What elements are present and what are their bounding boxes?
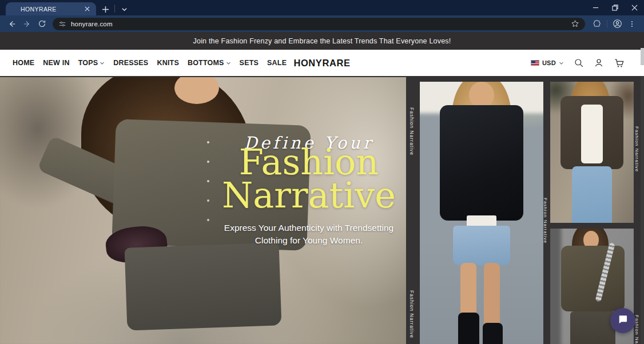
new-tab-button[interactable] [98, 2, 112, 16]
menu-dots-icon[interactable] [625, 17, 639, 31]
back-button[interactable] [5, 17, 19, 31]
nav-item-bottoms[interactable]: BOTTOMS [188, 59, 231, 67]
vertical-label: Fashion Narrative [543, 198, 548, 243]
scrollbar-track[interactable] [641, 76, 644, 344]
chevron-down-icon [226, 61, 231, 66]
hero-subtitle-line2: Clothing for Young Women. [210, 234, 407, 247]
nav-item-label: KNITS [157, 59, 179, 67]
model-boot [458, 313, 479, 344]
hero-headline-line2: Narrative [210, 179, 407, 212]
announcement-text: Join the Fashion Frenzy and Embrace the … [193, 37, 451, 45]
tab-title: HONYRARE [21, 6, 82, 13]
minimize-button[interactable] [586, 0, 605, 15]
vertical-label: Fashion Narrative [409, 290, 415, 338]
nav-item-knits[interactable]: KNITS [157, 59, 179, 67]
model-denim-skirt [453, 226, 510, 265]
site-logo[interactable]: HONYRARE [293, 58, 350, 69]
nav-item-dresses[interactable]: DRESSES [113, 59, 148, 67]
hero-image-3 [550, 82, 634, 223]
nav-item-label: DRESSES [113, 59, 148, 67]
site-navbar: HOME NEW IN TOPS DRESSES KNITS BOTTOMS S… [0, 50, 644, 76]
chat-button[interactable] [610, 308, 635, 333]
nav-item-sets[interactable]: SETS [240, 59, 259, 67]
nav-item-label: BOTTOMS [188, 59, 224, 67]
nav-item-home[interactable]: HOME [13, 59, 34, 67]
toolbar-separator [607, 20, 607, 28]
site-info-icon[interactable] [58, 20, 66, 28]
nav-actions: USD [531, 58, 625, 69]
chat-bubble-icon [617, 314, 629, 327]
model-tank-top [581, 105, 603, 164]
close-button[interactable] [625, 0, 644, 15]
browser-toolbar: honyrare.com [0, 15, 644, 32]
profile-icon[interactable] [610, 17, 625, 31]
currency-selector[interactable]: USD [531, 59, 564, 66]
nav-item-sale[interactable]: SALE [267, 59, 287, 67]
vertical-label: Fashion Narrative [634, 126, 639, 172]
account-button[interactable] [594, 58, 604, 68]
nav-item-label: SALE [267, 59, 287, 67]
bookmark-star-icon[interactable] [571, 19, 579, 28]
cart-button[interactable] [614, 58, 625, 69]
model-jacket [440, 105, 524, 221]
announcement-bar: Join the Fashion Frenzy and Embrace the … [0, 32, 644, 50]
us-flag-icon [531, 60, 539, 66]
tab-list-chevron-icon[interactable] [117, 2, 131, 16]
hero-copy: Define Your Fashion Narrative Express Yo… [210, 133, 407, 247]
hero-subtitle-line1: Express Your Authenticity with Trendsett… [210, 222, 407, 234]
model-jacket [561, 246, 625, 311]
tab-strip: HONYRARE [0, 0, 644, 15]
nav-item-label: NEW IN [43, 59, 69, 67]
nav-links: HOME NEW IN TOPS DRESSES KNITS BOTTOMS S… [0, 59, 287, 67]
model-boot [483, 323, 503, 344]
hero-section: Define Your Fashion Narrative Express Yo… [0, 76, 644, 344]
model-face [469, 82, 494, 108]
nav-item-label: SETS [240, 59, 259, 67]
nav-item-new-in[interactable]: NEW IN [43, 59, 69, 67]
tab-separator [114, 5, 115, 13]
hero-subtitle: Express Your Authenticity with Trendsett… [210, 222, 407, 247]
browser-window: HONYRARE [0, 0, 644, 344]
restore-button[interactable] [605, 0, 625, 15]
model-leg [484, 263, 500, 331]
address-bar[interactable]: honyrare.com [53, 18, 585, 30]
chevron-down-icon [100, 61, 105, 66]
forward-button[interactable] [19, 17, 34, 31]
vertical-label: Fashion Narrative [409, 107, 415, 155]
reload-button[interactable] [34, 17, 49, 31]
window-controls [586, 0, 644, 15]
model-skirt [125, 243, 282, 331]
scrollbar-thumb[interactable] [641, 48, 644, 65]
model-skirt [570, 311, 615, 344]
hero-image-2 [420, 82, 543, 344]
chevron-down-icon [559, 61, 564, 66]
nav-item-label: TOPS [78, 59, 98, 67]
extensions-icon[interactable] [590, 17, 605, 31]
model-jeans [572, 166, 612, 223]
currency-code: USD [542, 59, 556, 66]
nav-item-label: HOME [13, 59, 34, 67]
url-text: honyrare.com [71, 21, 571, 27]
browser-tab[interactable]: HONYRARE [6, 2, 96, 15]
nav-item-tops[interactable]: TOPS [78, 59, 105, 67]
search-button[interactable] [574, 58, 584, 68]
tab-close-icon[interactable] [82, 5, 92, 14]
